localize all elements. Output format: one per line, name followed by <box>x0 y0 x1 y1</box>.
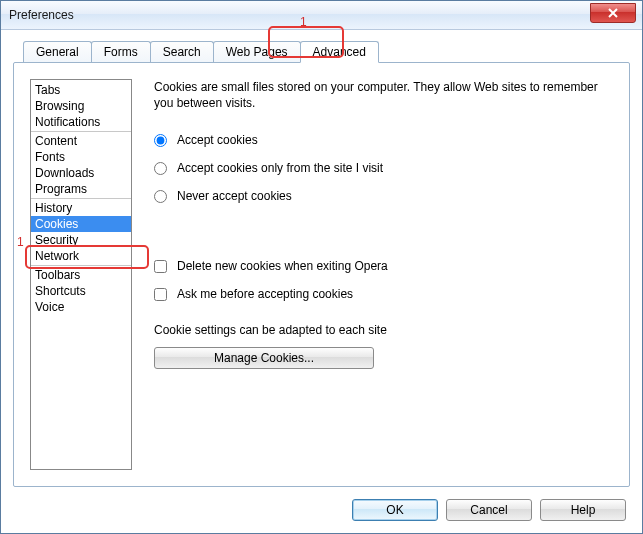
radio-site-only[interactable] <box>154 162 167 175</box>
category-tabs[interactable]: Tabs <box>31 82 131 98</box>
manage-section: Cookie settings can be adapted to each s… <box>154 323 609 369</box>
category-toolbars[interactable]: Toolbars <box>31 267 131 283</box>
category-cookies[interactable]: Cookies <box>31 216 131 232</box>
checkbox-row-delete[interactable]: Delete new cookies when exiting Opera <box>154 259 609 273</box>
tab-panel: Tabs Browsing Notifications Content Font… <box>13 62 630 487</box>
tab-webpages[interactable]: Web Pages <box>213 41 301 62</box>
category-notifications[interactable]: Notifications <box>31 114 131 130</box>
category-group: Content Fonts Downloads Programs <box>31 132 131 199</box>
category-network[interactable]: Network <box>31 248 131 264</box>
manage-cookies-button[interactable]: Manage Cookies... <box>154 347 374 369</box>
radio-accept-label: Accept cookies <box>177 133 258 147</box>
tab-search[interactable]: Search <box>150 41 214 62</box>
radio-accept[interactable] <box>154 134 167 147</box>
settings-content: Cookies are small files stored on your c… <box>132 79 613 470</box>
cookies-description: Cookies are small files stored on your c… <box>154 79 609 111</box>
preferences-window: Preferences General Forms Search Web Pag… <box>0 0 643 534</box>
checkbox-delete-on-exit[interactable] <box>154 260 167 273</box>
tab-forms[interactable]: Forms <box>91 41 151 62</box>
annotation-marker-1b: 1 <box>17 235 24 249</box>
checkbox-row-ask[interactable]: Ask me before accepting cookies <box>154 287 609 301</box>
radio-never[interactable] <box>154 190 167 203</box>
category-fonts[interactable]: Fonts <box>31 149 131 165</box>
radio-row-accept[interactable]: Accept cookies <box>154 133 609 147</box>
close-button[interactable] <box>590 3 636 23</box>
client-area: General Forms Search Web Pages Advanced … <box>1 29 642 533</box>
category-downloads[interactable]: Downloads <box>31 165 131 181</box>
category-list[interactable]: Tabs Browsing Notifications Content Font… <box>30 79 132 470</box>
checkbox-ask-before[interactable] <box>154 288 167 301</box>
close-icon <box>608 8 618 18</box>
tab-advanced[interactable]: Advanced <box>300 41 379 63</box>
category-voice[interactable]: Voice <box>31 299 131 315</box>
tabstrip: General Forms Search Web Pages Advanced <box>23 39 630 62</box>
adapt-label: Cookie settings can be adapted to each s… <box>154 323 609 337</box>
radio-site-label: Accept cookies only from the site I visi… <box>177 161 383 175</box>
checkbox-delete-label: Delete new cookies when exiting Opera <box>177 259 388 273</box>
titlebar: Preferences <box>1 1 642 30</box>
dialog-buttons: OK Cancel Help <box>352 499 626 521</box>
category-security[interactable]: Security <box>31 232 131 248</box>
help-button[interactable]: Help <box>540 499 626 521</box>
ok-button[interactable]: OK <box>352 499 438 521</box>
category-group: Tabs Browsing Notifications <box>31 81 131 132</box>
radio-row-site[interactable]: Accept cookies only from the site I visi… <box>154 161 609 175</box>
category-history[interactable]: History <box>31 200 131 216</box>
category-content[interactable]: Content <box>31 133 131 149</box>
category-browsing[interactable]: Browsing <box>31 98 131 114</box>
tab-general[interactable]: General <box>23 41 92 62</box>
cancel-button[interactable]: Cancel <box>446 499 532 521</box>
annotation-marker-1a: 1 <box>300 15 307 29</box>
checkbox-ask-label: Ask me before accepting cookies <box>177 287 353 301</box>
category-programs[interactable]: Programs <box>31 181 131 197</box>
category-group: History Cookies Security Network <box>31 199 131 266</box>
window-title: Preferences <box>9 8 74 22</box>
radio-row-never[interactable]: Never accept cookies <box>154 189 609 203</box>
radio-never-label: Never accept cookies <box>177 189 292 203</box>
category-group: Toolbars Shortcuts Voice <box>31 266 131 316</box>
category-shortcuts[interactable]: Shortcuts <box>31 283 131 299</box>
